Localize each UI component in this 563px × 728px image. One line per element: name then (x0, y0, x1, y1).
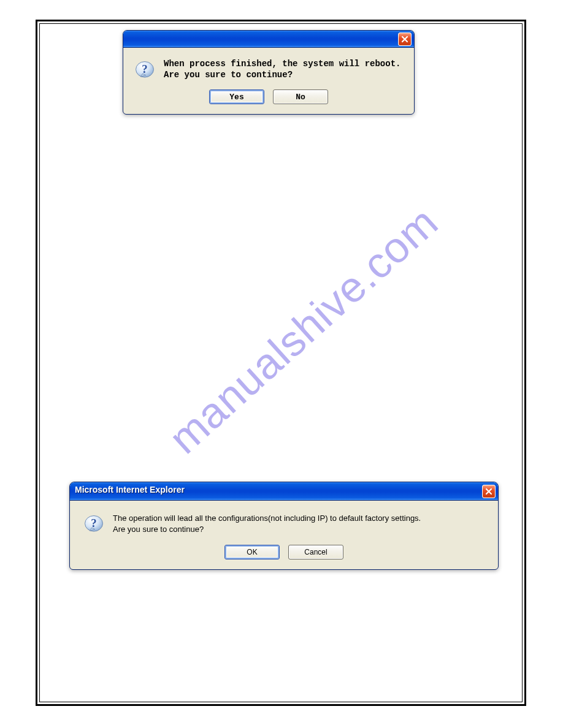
close-button[interactable] (398, 32, 412, 46)
dialog2-titlebar: Microsoft Internet Explorer (70, 482, 498, 501)
watermark-text: manualshive.com (159, 197, 447, 463)
no-button[interactable]: No (273, 89, 328, 104)
close-icon (485, 488, 492, 495)
dialog2-body: ? The operation will lead all the config… (70, 501, 498, 541)
question-mark-icon: ? (83, 514, 104, 535)
dialog1-message: When process finished, the system will r… (164, 59, 400, 80)
page-border-outer: manualshive.com (36, 20, 526, 706)
dialog1-message-line1: When process finished, the system will r… (164, 59, 400, 70)
dialog1-message-line2: Are you sure to continue? (164, 70, 400, 81)
dialog1-button-row: Yes No (123, 86, 414, 114)
dialog2-message-line1: The operation will lead all the configur… (113, 513, 421, 524)
svg-text:?: ? (91, 517, 96, 529)
cancel-button[interactable]: Cancel (288, 545, 343, 559)
dialog1-titlebar (123, 31, 414, 48)
factory-reset-confirm-dialog: Microsoft Internet Explorer (69, 482, 499, 570)
dialog2-button-row: OK Cancel (70, 541, 498, 569)
page-border-inner: manualshive.com (39, 23, 523, 702)
reboot-confirm-dialog: ? When process finished, the system will… (123, 30, 415, 115)
question-mark-icon: ? (134, 60, 155, 81)
svg-text:?: ? (142, 63, 147, 75)
close-button[interactable] (482, 485, 496, 498)
close-icon (401, 36, 408, 43)
yes-button[interactable]: Yes (209, 89, 264, 104)
dialog1-body: ? When process finished, the system will… (123, 48, 414, 86)
ok-button[interactable]: OK (224, 545, 280, 559)
dialog2-title: Microsoft Internet Explorer (75, 485, 185, 495)
dialog2-message: The operation will lead all the configur… (113, 513, 421, 534)
dialog2-message-line2: Are you sure to continue? (113, 524, 421, 535)
